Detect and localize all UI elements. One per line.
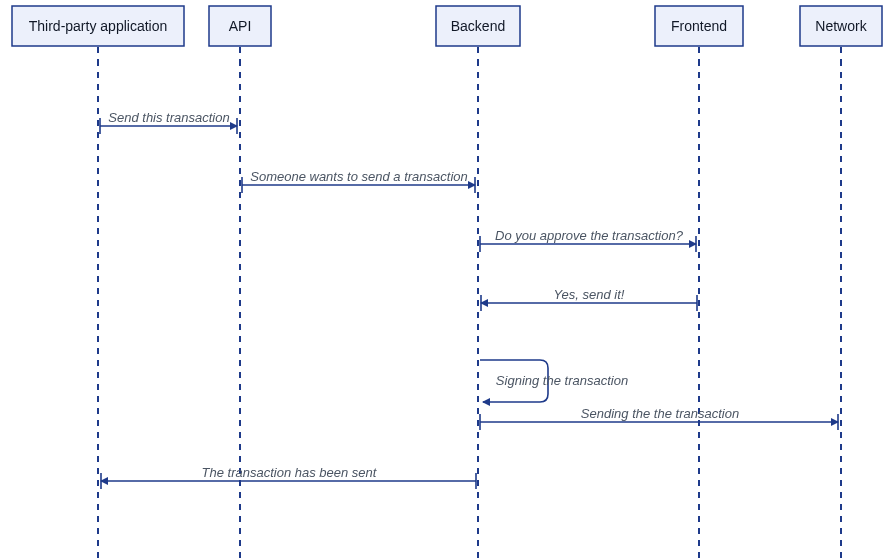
actor-label: Backend	[451, 18, 505, 34]
sequence-diagram: Third-party application API Backend Fron…	[0, 0, 888, 558]
actor-label: API	[229, 18, 252, 34]
svg-rect-11	[0, 60, 888, 558]
actor-network: Network	[800, 6, 882, 46]
actor-label: Third-party application	[29, 18, 168, 34]
message-label: The transaction has been sent	[202, 465, 378, 480]
actor-api: API	[209, 6, 271, 46]
actor-backend: Backend	[436, 6, 520, 46]
message-label: Yes, send it!	[554, 287, 625, 302]
actor-frontend: Frontend	[655, 6, 743, 46]
message-label: Do you approve the transaction?	[495, 228, 684, 243]
message-label: Send this transaction	[108, 110, 229, 125]
actor-label: Frontend	[671, 18, 727, 34]
actor-label: Network	[815, 18, 867, 34]
message-label: Sending the the transaction	[581, 406, 739, 421]
message-label: Signing the transaction	[496, 373, 628, 388]
message-label: Someone wants to send a transaction	[250, 169, 468, 184]
actor-third-party: Third-party application	[12, 6, 184, 46]
